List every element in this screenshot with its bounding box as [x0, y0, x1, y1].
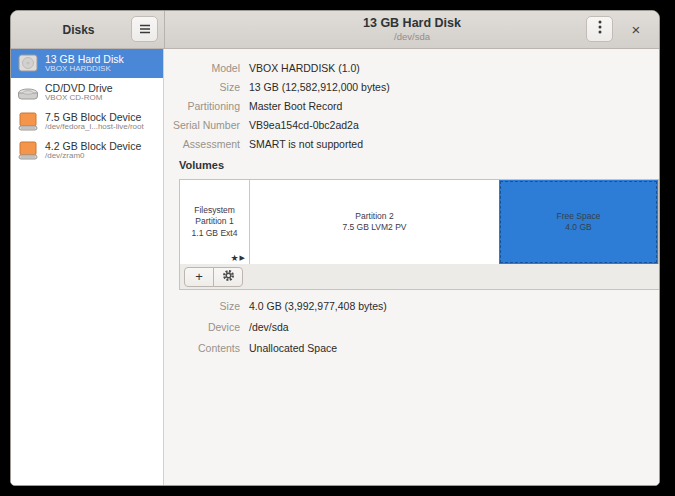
info-label: Size	[164, 81, 240, 93]
info-value: SMART is not supported	[249, 138, 390, 150]
info-value: /dev/sda	[249, 321, 387, 333]
plus-icon: +	[195, 269, 203, 284]
hamburger-icon	[139, 20, 151, 38]
free-space-block[interactable]: Free Space 4.0 GB	[499, 180, 658, 264]
mounted-play-icon: ▶	[240, 254, 246, 261]
device-subtitle: VBOX CD-ROM	[45, 94, 113, 102]
block-device-icon	[17, 141, 39, 161]
sidebar-header: Disks	[11, 11, 165, 48]
partition-options-button[interactable]	[213, 267, 243, 287]
sidebar-item-13gb-hard-disk[interactable]: 13 GB Hard Disk VBOX HARDDISK	[11, 49, 163, 78]
free-space-labels: Free Space 4.0 GB	[557, 211, 601, 234]
partition-2-block[interactable]: Partition 2 7.5 GB LVM2 PV	[250, 180, 499, 264]
create-partition-button[interactable]: +	[184, 267, 214, 287]
info-value: 4.0 GB (3,992,977,408 bytes)	[249, 300, 387, 312]
sidebar-item-75gb-block-device[interactable]: 7.5 GB Block Device /dev/fedora_l...host…	[11, 107, 163, 136]
drive-info-grid: Model VBOX HARDDISK (1.0) Size 13 GB (12…	[164, 58, 390, 153]
device-subtitle: /dev/zram0	[45, 152, 141, 160]
info-label: Partitioning	[164, 100, 240, 112]
info-value: 13 GB (12,582,912,000 bytes)	[249, 81, 390, 93]
disks-window: Disks 13 GB Hard Disk /dev/sda ×	[10, 10, 660, 486]
volume-info-grid: Size 4.0 GB (3,992,977,408 bytes) Device…	[164, 295, 387, 358]
partition-flags: ★▶	[231, 253, 246, 263]
sidebar-item-cd-dvd-drive[interactable]: CD/DVD Drive VBOX CD-ROM	[11, 78, 163, 107]
partition-1-labels: Filesystem Partition 1 1.1 GB Ext4	[192, 205, 238, 240]
info-value: VBOX HARDDISK (1.0)	[249, 62, 390, 74]
window-title: 13 GB Hard Disk	[363, 17, 461, 31]
device-subtitle: /dev/fedora_l...host-live/root	[45, 123, 144, 131]
device-sidebar: 13 GB Hard Disk VBOX HARDDISK CD/DVD Dri…	[11, 49, 164, 486]
partition-1-block[interactable]: Filesystem Partition 1 1.1 GB Ext4 ★▶	[180, 180, 250, 264]
close-button[interactable]: ×	[623, 16, 649, 42]
info-label: Device	[164, 321, 240, 333]
kebab-icon	[598, 20, 602, 38]
info-label: Size	[164, 300, 240, 312]
header-bar: Disks 13 GB Hard Disk /dev/sda ×	[11, 11, 659, 49]
volumes-map: Filesystem Partition 1 1.1 GB Ext4 ★▶ Pa…	[179, 179, 659, 265]
info-label: Serial Number	[164, 119, 240, 131]
info-label: Contents	[164, 342, 240, 354]
main-header: 13 GB Hard Disk /dev/sda ×	[165, 11, 659, 48]
optical-drive-icon	[17, 83, 39, 103]
block-device-icon	[17, 112, 39, 132]
info-value: VB9ea154cd-0bc2ad2a	[249, 119, 390, 131]
info-label: Model	[164, 62, 240, 74]
hamburger-menu-button[interactable]	[131, 16, 158, 42]
partition-2-labels: Partition 2 7.5 GB LVM2 PV	[342, 211, 406, 234]
harddisk-icon	[17, 54, 39, 74]
window-subtitle: /dev/sda	[363, 32, 461, 42]
volumes-toolbar: +	[179, 264, 660, 290]
info-value: Master Boot Record	[249, 100, 390, 112]
device-subtitle: VBOX HARDDISK	[45, 65, 124, 73]
window-title-block: 13 GB Hard Disk /dev/sda	[363, 17, 461, 42]
drive-detail-pane: Model VBOX HARDDISK (1.0) Size 13 GB (12…	[164, 49, 659, 486]
drive-menu-button[interactable]	[586, 16, 613, 42]
sidebar-item-42gb-block-device[interactable]: 4.2 GB Block Device /dev/zram0	[11, 136, 163, 165]
info-value: Unallocated Space	[249, 342, 387, 354]
bootable-star-icon: ★	[231, 253, 240, 263]
info-label: Assessment	[164, 138, 240, 150]
app-title: Disks	[62, 23, 94, 37]
close-icon: ×	[632, 21, 641, 38]
gear-icon	[222, 269, 235, 285]
volumes-heading: Volumes	[179, 159, 224, 171]
